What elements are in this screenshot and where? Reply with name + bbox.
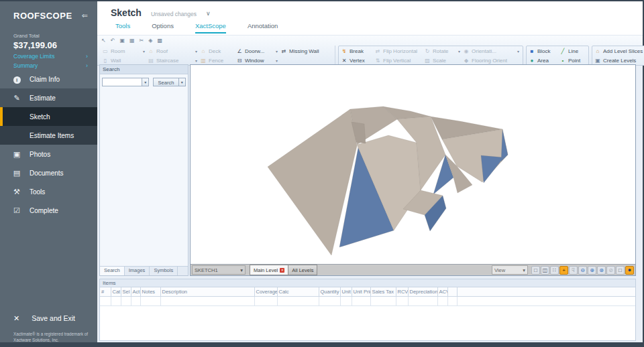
tab-options[interactable]: Options [152,22,174,33]
col-sel[interactable]: Sel [121,287,131,297]
main-area: Sketch Unsaved changes ∨ Tools Options X… [97,1,643,342]
sidebar-item-estimate[interactable]: ✎ Estimate [0,88,97,107]
view-selector[interactable]: View ▾ [492,265,528,275]
flip-horizontal-button[interactable]: ⇄Flip Horizontal [374,46,423,56]
staircase-button[interactable]: ▤Staircase▾ [148,56,199,65]
crosshair-tool-icon[interactable]: + [559,266,568,275]
area-button[interactable]: ●Area [529,56,558,65]
zoom-previous-icon[interactable]: ⊘ [606,266,615,275]
tab-search[interactable]: Search [100,267,125,275]
summary-link[interactable]: Summary › [0,60,97,69]
chevron-down-icon[interactable]: ▾ [143,49,146,54]
wall-button[interactable]: ▯Wall [102,56,146,65]
vertex-button[interactable]: ✕Vertex [341,56,373,65]
chevron-down-icon[interactable]: ▾ [195,49,199,54]
sidebar-menu: i Claim Info ✎ Estimate Sketch Estimate … [0,70,97,220]
sketch-selector[interactable]: SKETCH1 ▾ [192,265,246,275]
zoom-in-icon[interactable]: ⊕ [588,266,596,275]
col-unit[interactable]: Unit [340,287,352,297]
sidebar-item-documents[interactable]: ▤ Documents [0,163,97,182]
col-number[interactable]: # [100,287,111,297]
chevron-down-icon[interactable]: ▾ [458,49,462,54]
sidebar-item-tools[interactable]: ⚒ Tools [0,182,97,201]
flip-vertical-icon: ⇅ [374,58,381,64]
collapse-sidebar-icon[interactable]: ⇐ [82,11,88,20]
col-description[interactable]: Description [160,287,254,297]
delete-level-icon[interactable]: ✕ [280,268,284,273]
undo-icon[interactable]: ↶ [111,38,115,44]
sidebar-item-claim-info[interactable]: i Claim Info [0,70,97,88]
col-acv[interactable]: ACV [437,287,447,297]
orbit-3d-icon[interactable]: ● [625,266,634,275]
window-button[interactable]: ⊟Window▾ [236,56,279,65]
roof-3d-model[interactable] [191,65,635,264]
sidebar-item-complete[interactable]: ☑ Complete [0,201,97,220]
point-button[interactable]: •Point [559,56,586,65]
lock-icon[interactable]: ◈ [148,38,152,44]
pencil-icon: ✎ [12,94,21,102]
create-levels-button[interactable]: ▣Create Levels [594,56,644,65]
missing-wall-button[interactable]: ⇄Missing Wall [280,46,333,56]
zoom-extents-icon[interactable]: ⊛ [597,266,606,275]
col-cat[interactable]: Cat [111,287,121,297]
layout-panels-icon[interactable]: ◫ [541,266,549,275]
chevron-down-icon[interactable]: ▾ [276,49,279,54]
rotate-button[interactable]: ↻Rotate▾ [424,46,462,56]
pointer-icon[interactable]: ↖ [101,38,106,44]
orientation-button[interactable]: ◉Orientati...▾ [463,46,521,56]
roof-button[interactable]: ⌂Roof▾ [148,46,199,56]
col-unit-price[interactable]: Unit Price [352,287,370,297]
chevron-down-icon[interactable]: ∨ [206,10,211,17]
tab-tools[interactable]: Tools [115,22,130,33]
search-input[interactable] [102,78,142,86]
col-coverage[interactable]: Coverage [254,287,277,297]
scale-button[interactable]: ▨Scale [424,56,462,65]
col-rcv[interactable]: RCV [396,287,408,297]
footprints-icon[interactable]: ∷ [550,266,559,275]
break-button[interactable]: ↯Break [341,46,373,56]
col-act[interactable]: Act [131,287,140,297]
col-sales-tax[interactable]: Sales Tax [370,287,396,297]
sidebar-item-estimate-items[interactable]: Estimate Items [0,126,97,145]
toggle-box-icon[interactable]: □ [616,266,625,275]
search-input-dropdown-icon[interactable]: ▾ [142,78,149,86]
pan-hand-icon[interactable]: ☟ [569,266,578,275]
search-button-dropdown-icon[interactable]: ▾ [179,78,186,86]
doorway-button[interactable]: ∠Doorw...▾ [236,46,279,56]
paste-icon[interactable]: ▦ [129,38,135,44]
col-quantity[interactable]: Quantity [319,287,340,297]
save-and-exit-button[interactable]: ✕ Save and Exit [0,309,97,327]
tab-images[interactable]: Images [125,267,150,275]
copy-icon[interactable]: ▣ [119,38,125,44]
add-level-slices-button[interactable]: ⌂Add Level Slices [594,46,644,56]
tab-annotation[interactable]: Annotation [248,22,278,33]
items-empty-row[interactable] [100,297,635,306]
chevron-down-icon[interactable]: ▾ [195,58,199,63]
flip-vertical-button[interactable]: ⇅Flip Vertical [374,56,423,65]
grid-icon[interactable]: ▩ [157,38,162,44]
col-calc[interactable]: Calc [277,287,319,297]
deck-button[interactable]: ⌂Deck [200,46,235,56]
col-depreciation[interactable]: Depreciation [408,287,437,297]
fence-button[interactable]: ▥Fence [200,56,235,65]
full-extents-icon[interactable]: □ [531,266,540,275]
tab-all-levels[interactable]: All Levels [288,265,317,275]
chevron-down-icon[interactable]: ▾ [276,58,279,63]
sidebar-item-sketch[interactable]: Sketch [0,107,97,126]
tab-main-level[interactable]: Main Level ✕ [250,265,288,275]
room-button[interactable]: ▭Room▾ [102,46,146,56]
coverage-limits-link[interactable]: Coverage Limits › [0,50,97,60]
orientation-icon: ◉ [463,48,470,54]
chevron-down-icon[interactable]: ▾ [517,49,521,54]
sidebar-item-photos[interactable]: ▣ Photos [0,145,97,163]
col-notes[interactable]: Notes [140,287,160,297]
toolbar-group-draw: ▭Room▾ ⌂Roof▾ ⌂Deck ∠Doorw...▾ ⇄Missing … [100,46,335,66]
cut-icon[interactable]: ✂ [140,38,144,44]
tab-xactscope[interactable]: XactScope [195,22,226,33]
block-button[interactable]: ■Block [529,46,558,56]
zoom-out-icon[interactable]: ⊖ [578,266,587,275]
line-button[interactable]: ╱Line [559,46,586,56]
flooring-orient-button[interactable]: ◆Flooring Orient [463,56,521,65]
tab-symbols[interactable]: Symbols [150,267,178,275]
search-button[interactable]: Search [153,78,178,86]
